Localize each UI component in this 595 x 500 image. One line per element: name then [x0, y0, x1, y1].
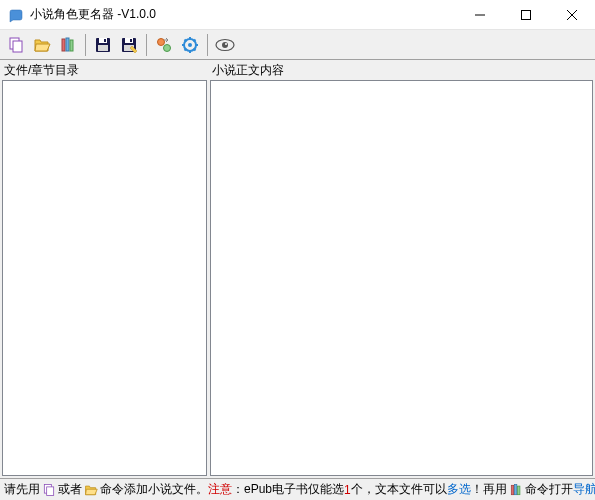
status-text: 个，文本文件可以 — [351, 481, 447, 498]
svg-rect-11 — [104, 39, 106, 42]
toolbar — [0, 30, 595, 60]
status-text: 或者 — [58, 481, 82, 498]
svg-line-28 — [185, 48, 187, 50]
svg-rect-36 — [517, 486, 519, 495]
status-multiselect: 多选 — [447, 481, 471, 498]
titlebar: 小说角色更名器 -V1.0.0 — [0, 0, 595, 30]
open-folder-button[interactable] — [30, 33, 54, 57]
right-pane-label: 小说正文内容 — [210, 62, 593, 80]
chapter-list-box[interactable] — [2, 80, 207, 476]
settings-button[interactable] — [178, 33, 202, 57]
close-button[interactable] — [549, 0, 595, 30]
status-text: 请先用 — [4, 481, 40, 498]
svg-line-25 — [185, 39, 187, 41]
settings-icon — [181, 36, 199, 54]
statusbar: 请先用 或者 命令添加小说文件。 注意 ：ePub电子书仅能选 1 个，文本文件… — [0, 478, 595, 500]
left-pane-label: 文件/章节目录 — [2, 62, 207, 80]
status-count: 1 — [344, 483, 351, 497]
right-pane: 小说正文内容 — [210, 62, 593, 476]
toolbar-separator — [85, 34, 86, 56]
books-button[interactable] — [56, 33, 80, 57]
save-icon — [94, 36, 112, 54]
window-controls — [457, 0, 595, 29]
copy-button[interactable] — [4, 33, 28, 57]
open-folder-icon — [33, 36, 51, 54]
content-text-box[interactable] — [210, 80, 593, 476]
left-pane: 文件/章节目录 — [2, 62, 207, 476]
svg-rect-33 — [47, 486, 54, 495]
minimize-button[interactable] — [457, 0, 503, 30]
copy-icon — [42, 483, 56, 497]
svg-point-17 — [158, 38, 165, 45]
svg-rect-1 — [522, 11, 531, 20]
save-button[interactable] — [91, 33, 115, 57]
svg-line-26 — [194, 48, 196, 50]
status-warning: 注意 — [208, 481, 232, 498]
save-as-button[interactable] — [117, 33, 141, 57]
books-icon — [509, 483, 523, 497]
status-text: ！再用 — [471, 481, 507, 498]
preview-eye-icon — [215, 38, 235, 52]
svg-rect-35 — [514, 484, 516, 494]
svg-rect-7 — [66, 38, 69, 51]
svg-point-31 — [225, 43, 227, 45]
svg-rect-8 — [70, 40, 73, 51]
status-text: 命令打开 — [525, 481, 573, 498]
copy-icon — [7, 36, 25, 54]
maximize-button[interactable] — [503, 0, 549, 30]
preview-button[interactable] — [213, 33, 237, 57]
books-icon — [59, 36, 77, 54]
svg-rect-34 — [511, 485, 513, 494]
swap-icon — [155, 36, 173, 54]
toolbar-separator — [146, 34, 147, 56]
save-as-icon — [120, 36, 138, 54]
main-area: 文件/章节目录 小说正文内容 — [0, 60, 595, 478]
svg-rect-12 — [98, 45, 108, 51]
svg-point-18 — [164, 44, 171, 51]
window-title: 小说角色更名器 -V1.0.0 — [30, 6, 156, 23]
svg-rect-5 — [13, 41, 22, 52]
svg-point-20 — [188, 43, 192, 47]
svg-point-30 — [222, 42, 228, 48]
svg-line-27 — [194, 39, 196, 41]
open-folder-icon — [84, 483, 98, 497]
svg-rect-6 — [62, 39, 65, 51]
swap-button[interactable] — [152, 33, 176, 57]
status-text: 命令添加小说文件。 — [100, 481, 208, 498]
svg-rect-15 — [130, 39, 132, 42]
status-text: ：ePub电子书仅能选 — [232, 481, 344, 498]
status-navwindow: 导航窗口 — [573, 481, 595, 498]
toolbar-separator — [207, 34, 208, 56]
app-icon — [8, 7, 24, 23]
